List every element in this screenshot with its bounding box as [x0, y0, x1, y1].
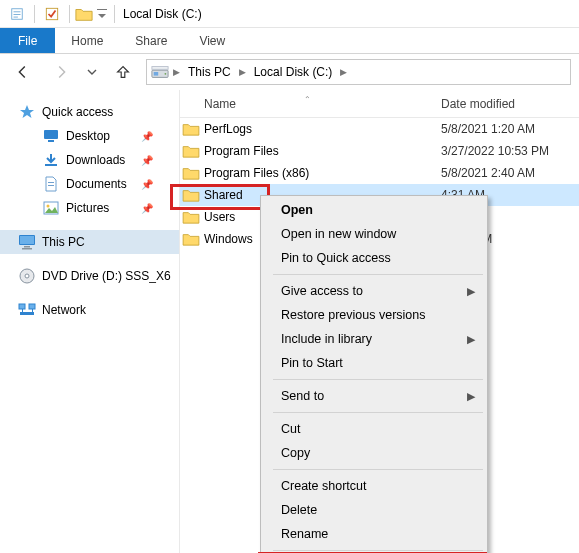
menu-separator — [273, 550, 483, 551]
folder-icon — [180, 122, 204, 136]
nav-item-label: This PC — [42, 235, 85, 249]
menu-separator — [273, 469, 483, 470]
menu-open-new-window[interactable]: Open in new window — [263, 222, 485, 246]
svg-rect-5 — [97, 9, 107, 10]
breadcrumb-this-pc[interactable]: This PC — [184, 60, 235, 84]
list-item[interactable]: PerfLogs 5/8/2021 1:20 AM — [180, 118, 579, 140]
nav-downloads[interactable]: Downloads 📌 — [0, 148, 179, 172]
nav-up-button[interactable] — [108, 59, 138, 85]
folder-icon — [180, 166, 204, 180]
svg-rect-26 — [22, 309, 23, 312]
nav-history-dropdown[interactable] — [84, 59, 100, 85]
titlebar: Local Disk (C:) — [0, 0, 579, 28]
menu-label: Restore previous versions — [281, 308, 426, 322]
menu-label: Pin to Start — [281, 356, 343, 370]
nav-item-label: Desktop — [66, 129, 110, 143]
star-icon — [18, 103, 36, 121]
chevron-right-icon[interactable]: ▶ — [237, 67, 248, 77]
menu-label: Send to — [281, 389, 324, 403]
address-bar[interactable]: ▶ This PC ▶ Local Disk (C:) ▶ — [146, 59, 571, 85]
chevron-right-icon[interactable]: ▶ — [338, 67, 349, 77]
svg-rect-2 — [14, 14, 21, 15]
menu-give-access-to[interactable]: Give access to▶ — [263, 279, 485, 303]
svg-rect-9 — [152, 67, 168, 70]
menu-send-to[interactable]: Send to▶ — [263, 384, 485, 408]
menu-pin-quick-access[interactable]: Pin to Quick access — [263, 246, 485, 270]
svg-rect-24 — [29, 304, 35, 309]
nav-network[interactable]: Network — [0, 298, 179, 322]
tab-view[interactable]: View — [183, 28, 241, 53]
column-name[interactable]: ⌃ Name — [180, 97, 435, 111]
network-icon — [18, 301, 36, 319]
breadcrumb-label: Local Disk (C:) — [254, 65, 333, 79]
menu-pin-to-start[interactable]: Pin to Start — [263, 351, 485, 375]
svg-point-22 — [25, 274, 29, 278]
tab-share[interactable]: Share — [119, 28, 183, 53]
menu-open[interactable]: Open — [263, 198, 485, 222]
tab-file[interactable]: File — [0, 28, 55, 53]
menu-restore-previous[interactable]: Restore previous versions — [263, 303, 485, 327]
breadcrumb-local-disk[interactable]: Local Disk (C:) — [250, 60, 337, 84]
column-headers: ⌃ Name Date modified — [180, 90, 579, 118]
menu-label: Cut — [281, 422, 300, 436]
titlebar-divider — [34, 5, 35, 23]
nav-pictures[interactable]: Pictures 📌 — [0, 196, 179, 220]
svg-rect-19 — [24, 246, 30, 248]
documents-icon — [42, 175, 60, 193]
menu-separator — [273, 379, 483, 380]
menu-label: Copy — [281, 446, 310, 460]
chevron-right-icon: ▶ — [467, 390, 475, 403]
nav-item-label: Documents — [66, 177, 127, 191]
tab-home[interactable]: Home — [55, 28, 119, 53]
folder-icon — [180, 232, 204, 246]
menu-delete[interactable]: Delete — [263, 498, 485, 522]
svg-rect-25 — [20, 312, 34, 315]
nav-item-label: Downloads — [66, 153, 125, 167]
qat-dropdown-icon[interactable] — [94, 3, 110, 25]
titlebar-divider — [114, 5, 115, 23]
monitor-icon — [18, 233, 36, 251]
svg-rect-27 — [32, 309, 33, 312]
svg-rect-10 — [44, 130, 58, 139]
chevron-right-icon[interactable]: ▶ — [171, 67, 182, 77]
nav-documents[interactable]: Documents 📌 — [0, 172, 179, 196]
nav-row: ▶ This PC ▶ Local Disk (C:) ▶ — [0, 54, 579, 90]
menu-include-in-library[interactable]: Include in library▶ — [263, 327, 485, 351]
list-item[interactable]: Program Files 3/27/2022 10:53 PM — [180, 140, 579, 162]
ribbon-tabs: File Home Share View — [0, 28, 579, 54]
menu-label: Delete — [281, 503, 317, 517]
nav-item-label: Pictures — [66, 201, 109, 215]
menu-separator — [273, 274, 483, 275]
item-date: 5/8/2021 1:20 AM — [435, 122, 579, 136]
menu-separator — [273, 412, 483, 413]
menu-create-shortcut[interactable]: Create shortcut — [263, 474, 485, 498]
menu-copy[interactable]: Copy — [263, 441, 485, 465]
column-date-modified[interactable]: Date modified — [435, 97, 579, 111]
nav-back-button[interactable] — [8, 59, 38, 85]
svg-point-16 — [47, 205, 50, 208]
nav-quick-access[interactable]: Quick access — [0, 100, 179, 124]
window-title: Local Disk (C:) — [123, 7, 202, 21]
nav-dvd-drive[interactable]: DVD Drive (D:) SSS_X6… — [0, 264, 179, 288]
menu-rename[interactable]: Rename — [263, 522, 485, 546]
qat-checkbox-icon[interactable] — [39, 3, 65, 25]
drive-icon — [151, 64, 169, 80]
svg-rect-23 — [19, 304, 25, 309]
menu-cut[interactable]: Cut — [263, 417, 485, 441]
svg-rect-18 — [20, 236, 34, 244]
svg-rect-20 — [22, 248, 32, 250]
nav-desktop[interactable]: Desktop 📌 — [0, 124, 179, 148]
menu-label: Rename — [281, 527, 328, 541]
pictures-icon — [42, 199, 60, 217]
item-name: PerfLogs — [204, 122, 435, 136]
svg-point-8 — [165, 73, 167, 75]
qat-properties-icon[interactable] — [4, 3, 30, 25]
nav-this-pc[interactable]: This PC — [0, 230, 179, 254]
menu-label: Open in new window — [281, 227, 396, 241]
list-item[interactable]: Program Files (x86) 5/8/2021 2:40 AM — [180, 162, 579, 184]
svg-rect-14 — [48, 185, 54, 186]
nav-forward-button[interactable] — [46, 59, 76, 85]
svg-rect-12 — [45, 164, 57, 166]
item-date: 3/27/2022 10:53 PM — [435, 144, 579, 158]
column-label: Date modified — [441, 97, 515, 111]
